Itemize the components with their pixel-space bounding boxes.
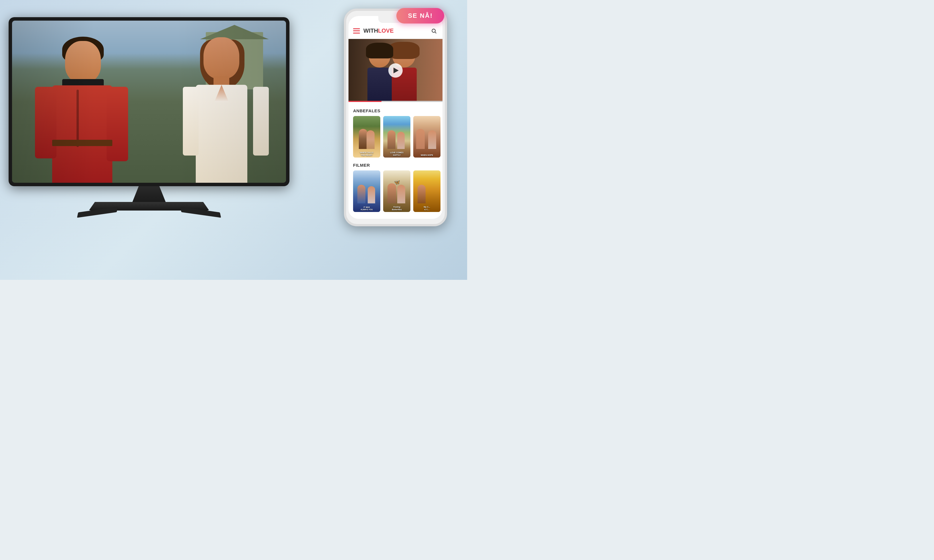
- svg-point-0: [432, 29, 435, 32]
- tv-screen: [12, 21, 286, 183]
- fb-title-text: FeelingButterflies: [384, 206, 409, 211]
- lcs-title-text: LOVE COMESSOFTLY: [384, 152, 409, 156]
- lcs-person1: [387, 130, 396, 149]
- featured-man-hair: [366, 43, 393, 58]
- recommended-movies-row: WHEN CALLSTHE HEART LOVE COMESSOFTLY: [348, 116, 442, 162]
- app-logo: WITHLOVE: [364, 28, 430, 34]
- search-button[interactable]: [430, 27, 438, 35]
- tv-stand-neck: [132, 186, 166, 203]
- recommended-title: ANBEFALES: [348, 104, 442, 116]
- progress-bar[interactable]: [348, 101, 442, 102]
- butterfly-icon: 🦋: [394, 179, 400, 185]
- phone-frame: WITHLOVE: [344, 9, 447, 226]
- tv-frame: [9, 17, 290, 186]
- wh-title-text: WHEN HOPE: [415, 154, 439, 156]
- svg-line-1: [435, 32, 436, 33]
- play-button[interactable]: [388, 63, 403, 78]
- movie-card-love-comes-softly[interactable]: LOVE COMESSOFTLY: [383, 116, 410, 157]
- tv-container: [9, 17, 301, 232]
- films-section: FILMER IT WASALWAYS YOU: [348, 159, 442, 216]
- play-icon: [393, 68, 399, 73]
- movie-card-when-hope[interactable]: WHEN HOPE: [413, 116, 441, 157]
- movie-card-when-calls-heart[interactable]: WHEN CALLSTHE HEART: [353, 116, 380, 157]
- phone-screen: WITHLOVE: [348, 16, 442, 219]
- featured-video[interactable]: [348, 39, 442, 102]
- iwau-person2: [368, 186, 375, 203]
- m3-person1: [418, 185, 425, 203]
- tv-vignette: [12, 21, 286, 183]
- fb-person2: [397, 185, 405, 203]
- films-movies-row: IT WASALWAYS YOU 🦋 FeelingButterflies: [348, 171, 442, 216]
- wh-person1: [416, 129, 425, 149]
- wcth-person1: [359, 129, 367, 149]
- progress-bar-fill: [348, 101, 381, 102]
- movie-card-feeling-butterflies[interactable]: 🦋 FeelingButterflies: [383, 171, 410, 212]
- lcs-person2: [397, 132, 405, 149]
- wh-person2: [428, 130, 436, 149]
- fb-person1: [387, 183, 396, 203]
- logo-with-text: WITH: [364, 28, 378, 34]
- recommended-section: ANBEFALES WHEN CALLSTHE HEART: [348, 104, 442, 162]
- wcth-title-text: WHEN CALLSTHE HEART: [354, 152, 379, 156]
- phone-container: WITHLOVE: [344, 9, 450, 229]
- hamburger-line-2: [353, 30, 360, 31]
- tv-stand-feet: [77, 210, 221, 215]
- hamburger-line-3: [353, 33, 360, 34]
- movie-card-third[interactable]: My C...& C...: [413, 171, 441, 212]
- hamburger-menu-icon[interactable]: [353, 28, 360, 34]
- iwau-title-text: IT WASALWAYS YOU: [354, 206, 379, 211]
- search-icon: [431, 28, 437, 34]
- m3-title-text: My C...& C...: [415, 206, 439, 211]
- hamburger-line-1: [353, 28, 360, 29]
- films-title: FILMER: [348, 159, 442, 171]
- featured-man-body: [367, 68, 392, 102]
- featured-man-head: [369, 46, 390, 68]
- logo-love-text: LOVE: [378, 28, 393, 34]
- app-header: WITHLOVE: [348, 23, 442, 39]
- movie-card-it-was-always-you[interactable]: IT WASALWAYS YOU: [353, 171, 380, 212]
- cta-button[interactable]: SE NÅ!: [396, 8, 444, 23]
- wcth-person2: [367, 130, 375, 149]
- iwau-person1: [358, 185, 365, 203]
